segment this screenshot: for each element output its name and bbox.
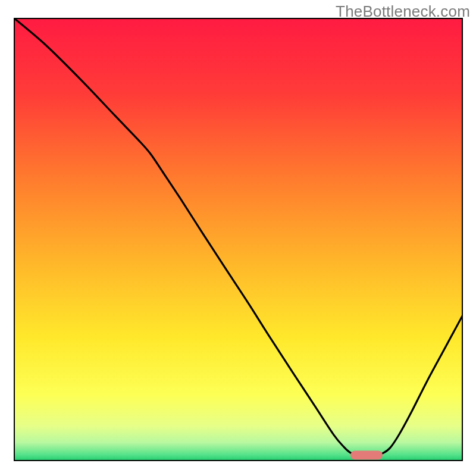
plot-frame <box>14 18 463 461</box>
bottleneck-curve <box>14 18 463 455</box>
chart-stage: TheBottleneck.com <box>0 0 476 476</box>
optimal-marker <box>350 450 383 459</box>
curve-layer <box>14 18 463 461</box>
